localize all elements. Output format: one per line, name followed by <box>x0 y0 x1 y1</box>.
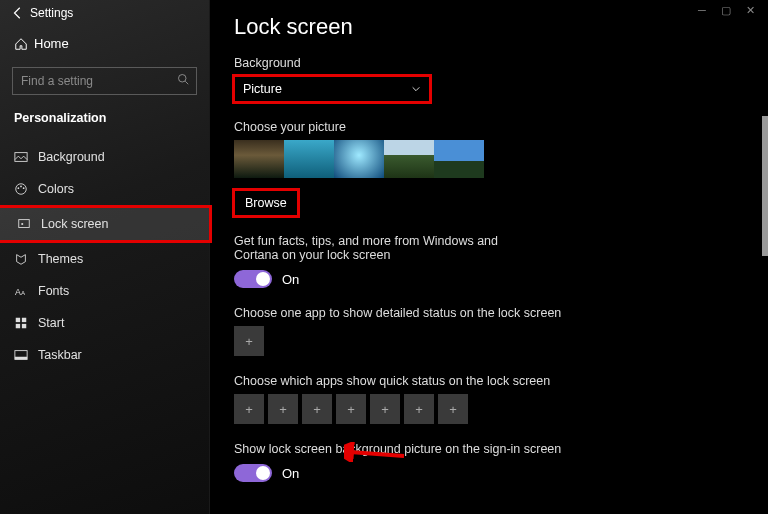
minimize-button[interactable]: ─ <box>690 4 714 17</box>
svg-point-3 <box>18 187 20 189</box>
search-container <box>12 67 197 95</box>
picture-thumb[interactable] <box>334 140 384 178</box>
sidebar-item-label: Colors <box>38 182 74 196</box>
category-label: Personalization <box>0 105 209 131</box>
sidebar-item-label: Themes <box>38 252 83 266</box>
picture-thumbnails <box>234 140 744 178</box>
plus-icon: + <box>245 402 253 417</box>
content-area: ─ ▢ ✕ Lock screen Background Picture Cho… <box>210 0 768 514</box>
fonts-icon: AA <box>14 284 38 298</box>
svg-rect-13 <box>22 324 26 328</box>
sidebar-item-fonts[interactable]: AA Fonts <box>0 275 209 307</box>
home-icon <box>14 37 34 51</box>
signin-picture-label: Show lock screen background picture on t… <box>234 442 744 456</box>
browse-button[interactable]: Browse <box>234 190 298 216</box>
title-bar: Settings <box>0 0 209 24</box>
svg-rect-7 <box>21 223 23 225</box>
themes-icon <box>14 252 38 266</box>
sidebar-item-start[interactable]: Start <box>0 307 209 339</box>
window-title: Settings <box>30 6 73 20</box>
choose-picture-label: Choose your picture <box>234 120 744 134</box>
plus-icon: + <box>313 402 321 417</box>
chevron-down-icon <box>411 84 421 94</box>
background-label: Background <box>234 56 744 70</box>
back-button[interactable] <box>6 6 30 20</box>
background-dropdown[interactable]: Picture <box>234 76 430 102</box>
picture-icon <box>14 150 38 164</box>
svg-line-16 <box>350 452 404 456</box>
add-app-tile[interactable]: + <box>302 394 332 424</box>
sidebar-item-label: Fonts <box>38 284 69 298</box>
sidebar-item-themes[interactable]: Themes <box>0 243 209 275</box>
add-app-tile[interactable]: + <box>438 394 468 424</box>
plus-icon: + <box>449 402 457 417</box>
detailed-status-label: Choose one app to show detailed status o… <box>234 306 744 320</box>
funfacts-section: Get fun facts, tips, and more from Windo… <box>234 234 744 288</box>
svg-rect-1 <box>15 153 27 162</box>
picture-thumb[interactable] <box>284 140 334 178</box>
search-input[interactable] <box>12 67 197 95</box>
funfacts-toggle[interactable] <box>234 270 272 288</box>
svg-point-4 <box>20 186 22 188</box>
settings-window: Settings Home Personalization Background… <box>0 0 768 514</box>
start-icon <box>14 316 38 330</box>
sidebar-item-colors[interactable]: Colors <box>0 173 209 205</box>
picture-thumb[interactable] <box>434 140 484 178</box>
detailed-status-section: Choose one app to show detailed status o… <box>234 306 744 356</box>
sidebar-item-taskbar[interactable]: Taskbar <box>0 339 209 371</box>
svg-rect-12 <box>16 324 20 328</box>
sidebar-item-lock-screen[interactable]: Lock screen <box>0 205 212 243</box>
add-app-tile[interactable]: + <box>370 394 400 424</box>
funfacts-label: Get fun facts, tips, and more from Windo… <box>234 234 544 262</box>
signin-picture-section: Show lock screen background picture on t… <box>234 442 744 482</box>
sidebar-item-background[interactable]: Background <box>0 141 209 173</box>
scrollbar[interactable] <box>762 116 768 256</box>
funfacts-state: On <box>282 272 299 287</box>
add-app-tile[interactable]: + <box>336 394 366 424</box>
plus-icon: + <box>279 402 287 417</box>
plus-icon: + <box>415 402 423 417</box>
picture-thumb[interactable] <box>234 140 284 178</box>
picture-thumb[interactable] <box>384 140 434 178</box>
dropdown-value: Picture <box>243 82 282 96</box>
signin-picture-toggle[interactable] <box>234 464 272 482</box>
quick-status-label: Choose which apps show quick status on t… <box>234 374 744 388</box>
svg-rect-10 <box>16 318 20 322</box>
arrow-left-icon <box>11 6 25 20</box>
svg-point-5 <box>23 187 25 189</box>
add-app-tile[interactable]: + <box>268 394 298 424</box>
svg-rect-6 <box>19 220 30 228</box>
annotation-arrow-icon <box>344 442 414 462</box>
choose-picture-section: Choose your picture Browse <box>234 120 744 216</box>
nav-list: Background Colors Lock screen Themes AA … <box>0 141 209 371</box>
svg-rect-11 <box>22 318 26 322</box>
svg-rect-15 <box>15 357 27 360</box>
svg-point-0 <box>179 75 187 83</box>
lock-screen-icon <box>17 217 41 231</box>
quick-status-section: Choose which apps show quick status on t… <box>234 374 744 424</box>
plus-icon: + <box>245 334 253 349</box>
add-app-tile[interactable]: + <box>234 394 264 424</box>
close-button[interactable]: ✕ <box>738 4 762 17</box>
svg-text:A: A <box>21 289 26 296</box>
taskbar-icon <box>14 348 38 362</box>
add-app-tile[interactable]: + <box>234 326 264 356</box>
sidebar-item-label: Background <box>38 150 105 164</box>
sidebar-item-label: Taskbar <box>38 348 82 362</box>
plus-icon: + <box>381 402 389 417</box>
palette-icon <box>14 182 38 196</box>
page-title: Lock screen <box>234 14 744 40</box>
svg-text:A: A <box>15 287 21 297</box>
maximize-button[interactable]: ▢ <box>714 4 738 17</box>
svg-point-2 <box>16 184 27 195</box>
add-app-tile[interactable]: + <box>404 394 434 424</box>
home-nav[interactable]: Home <box>0 30 209 57</box>
plus-icon: + <box>347 402 355 417</box>
window-controls: ─ ▢ ✕ <box>690 4 762 17</box>
search-icon <box>177 73 189 85</box>
sidebar-item-label: Lock screen <box>41 217 108 231</box>
home-label: Home <box>34 36 69 51</box>
sidebar: Settings Home Personalization Background… <box>0 0 210 514</box>
sidebar-item-label: Start <box>38 316 64 330</box>
signin-picture-state: On <box>282 466 299 481</box>
